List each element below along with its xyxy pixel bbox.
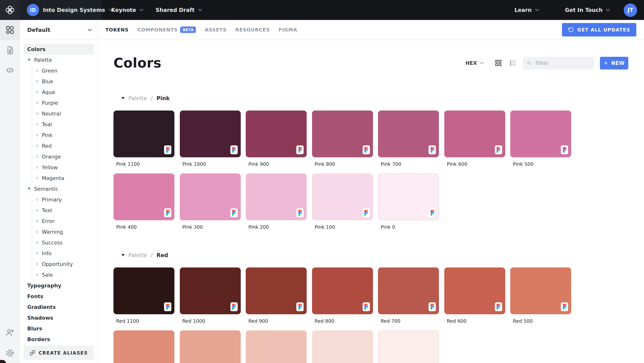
- color-token-name: Pink 0: [378, 224, 439, 230]
- figma-badge-icon: [164, 208, 171, 217]
- token-bullet-icon: [36, 123, 38, 126]
- color-token-name: Pink 500: [510, 161, 571, 167]
- swatch-grid: Pink 1100 Pink 1000 Pink 900 Pink 800 Pi: [114, 111, 628, 230]
- token-bullet-icon: [36, 220, 38, 222]
- get-in-touch-menu[interactable]: Get In Touch: [565, 7, 610, 13]
- figma-badge-icon: [362, 145, 370, 154]
- grid-view-toggle[interactable]: [495, 60, 502, 66]
- sidebar-item-opportunity[interactable]: Opportunity: [36, 259, 97, 269]
- section-header[interactable]: Palette / Red: [114, 251, 628, 259]
- sidebar-item-text[interactable]: Text: [36, 205, 97, 216]
- sidebar-item-shadows[interactable]: Shadows: [24, 312, 94, 323]
- sidebar-item-primary[interactable]: Primary: [36, 194, 97, 205]
- rail-item-tokens[interactable]: [0, 20, 20, 40]
- sidebar-item-blurs[interactable]: Blurs: [24, 323, 94, 334]
- get-all-updates-button[interactable]: GET ALL UPDATES: [562, 23, 636, 37]
- sidebar-item-borders[interactable]: Borders: [24, 334, 94, 344]
- create-aliases-button[interactable]: CREATE ALIASES: [24, 346, 94, 360]
- workspace-switcher[interactable]: ID Into Design Systems: [20, 0, 101, 20]
- tab-figma[interactable]: FIGMA: [279, 27, 297, 33]
- supernova-knot-icon: [5, 5, 15, 15]
- sidebar-item-orange[interactable]: Orange: [36, 151, 97, 162]
- sidebar-item-palette[interactable]: Palette: [24, 55, 94, 65]
- expander-triangle-icon[interactable]: [28, 188, 31, 190]
- chevron-down-icon: [140, 9, 143, 11]
- sidebar-item-semantic[interactable]: Semantic: [24, 183, 94, 194]
- color-token-card-pink-800: Pink 800: [312, 111, 373, 167]
- user-avatar[interactable]: JT: [624, 3, 637, 17]
- token-bullet-icon: [36, 198, 38, 201]
- color-token-card-red-800: Red 800: [312, 267, 373, 324]
- sidebar-item-pink[interactable]: Pink: [36, 130, 97, 140]
- learn-menu[interactable]: Learn: [514, 7, 539, 13]
- tab-components[interactable]: COMPONENTS BETA: [138, 27, 196, 33]
- section-header[interactable]: Palette / Pink: [114, 94, 628, 102]
- sidebar-item-neutral[interactable]: Neutral: [36, 108, 97, 119]
- sidebar-item-sale[interactable]: Sale: [36, 269, 97, 280]
- sidebar-item-success[interactable]: Success: [36, 237, 97, 248]
- color-token-name: Pink 1000: [180, 161, 240, 167]
- token-bullet-icon: [36, 252, 38, 254]
- expander-triangle-icon[interactable]: [28, 59, 31, 61]
- figma-badge-icon: [296, 208, 304, 217]
- chevron-down-icon: [606, 9, 610, 11]
- sidebar-item-fonts[interactable]: Fonts: [24, 291, 94, 302]
- tab-tokens[interactable]: TOKENS: [106, 27, 128, 33]
- rotate-ccw-icon: [568, 27, 574, 33]
- rail-item-documentation[interactable]: [5, 46, 14, 55]
- token-tree: Colors Palette Green Blue Aqua Purple Ne…: [20, 40, 97, 346]
- color-token-name: Pink 200: [246, 224, 307, 230]
- sidebar-item-purple[interactable]: Purple: [36, 98, 97, 108]
- tab-resources[interactable]: RESOURCES: [235, 27, 270, 33]
- sidebar-item-error[interactable]: Error: [36, 216, 97, 226]
- color-token-card-red-500: Red 500: [510, 267, 571, 324]
- draft-menu[interactable]: Shared Draft: [156, 7, 202, 13]
- sidebar-item-aqua[interactable]: Aqua: [36, 87, 97, 98]
- color-token-name: Pink 800: [312, 161, 373, 167]
- token-bullet-icon: [36, 91, 38, 93]
- token-bullet-icon: [36, 231, 38, 233]
- filter-input[interactable]: [535, 60, 590, 66]
- plus-icon: [604, 61, 608, 66]
- color-token-name: Red 1100: [114, 318, 174, 324]
- app-logo[interactable]: [0, 0, 20, 20]
- sidebar-item-yellow[interactable]: Yellow: [36, 162, 97, 173]
- document-icon: [5, 46, 14, 55]
- figma-badge-icon: [230, 302, 238, 311]
- sidebar-item-warning[interactable]: Warning: [36, 226, 97, 237]
- rail-item-invite[interactable]: [5, 328, 14, 337]
- rail-item-code[interactable]: [5, 66, 14, 75]
- rail-item-settings[interactable]: [5, 348, 14, 358]
- sidebar-item-magenta[interactable]: Magenta: [36, 173, 97, 183]
- figma-badge-icon: [428, 302, 436, 311]
- list-view-toggle[interactable]: [510, 60, 516, 66]
- token-bullet-icon: [36, 155, 38, 158]
- grid-view-icon: [495, 60, 502, 66]
- color-token-card-red-0: Red 0: [378, 330, 439, 363]
- figma-badge-icon: [230, 145, 238, 154]
- content-header: Colors HEX NEW: [114, 55, 628, 71]
- color-format-select[interactable]: HEX: [465, 60, 484, 66]
- sidebar-sublist-palette: Green Blue Aqua Purple Neutral Teal Pink…: [32, 65, 97, 183]
- sidebar-item-green[interactable]: Green: [36, 65, 97, 76]
- sidebar-item-red[interactable]: Red: [36, 140, 97, 151]
- new-token-button[interactable]: NEW: [600, 57, 628, 69]
- sidebar-item-blue[interactable]: Blue: [36, 76, 97, 87]
- sidebar-item-colors[interactable]: Colors: [24, 44, 94, 55]
- color-token-card-pink-1000: Pink 1000: [180, 111, 240, 167]
- color-token-name: Pink 900: [246, 161, 307, 167]
- token-bullet-icon: [36, 241, 38, 244]
- chevron-down-icon: [535, 9, 539, 11]
- token-section-pink: Palette / Pink Pink 1100 Pink 1000 Pink …: [114, 94, 628, 230]
- sidebar-item-gradients[interactable]: Gradients: [24, 302, 94, 312]
- sidebar-item-teal[interactable]: Teal: [36, 119, 97, 130]
- version-selector[interactable]: Default: [20, 20, 97, 40]
- tab-assets[interactable]: ASSETS: [205, 27, 227, 33]
- color-token-card-pink-600: Pink 600: [444, 111, 505, 167]
- figma-badge-icon: [230, 208, 238, 217]
- project-menu[interactable]: Keynote: [111, 7, 143, 13]
- sidebar-item-info[interactable]: Info: [36, 248, 97, 259]
- sidebar-item-typography[interactable]: Typography: [24, 280, 94, 291]
- color-token-name: Pink 700: [378, 161, 439, 167]
- color-token-name: Red 600: [444, 318, 505, 324]
